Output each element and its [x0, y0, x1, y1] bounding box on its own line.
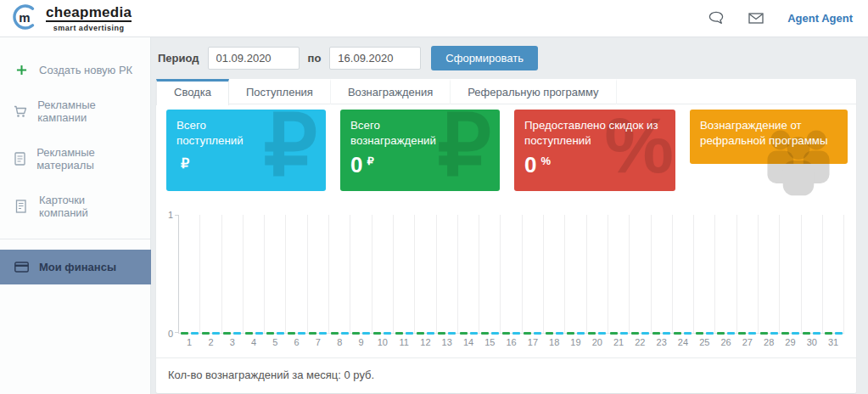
document-icon: [14, 152, 26, 166]
chart-bar: [460, 332, 468, 335]
chart-zero-bars: [524, 332, 541, 335]
chart-bar: [825, 332, 832, 335]
period-label: Период: [158, 52, 199, 65]
chart-bar: [706, 332, 714, 335]
card-total-incomes: ₽ Всего поступлений ₽: [166, 110, 326, 191]
sidebar: Создать новую РК Рекламные кампании Рекл…: [0, 37, 151, 394]
chart-bar: [781, 332, 789, 335]
chart-zero-bars: [546, 332, 563, 335]
chart-bar: [684, 332, 692, 335]
chart-bar: [610, 332, 618, 335]
period-to-label: по: [308, 52, 322, 65]
chart-bar: [556, 332, 563, 335]
sidebar-item-label: Создать новую РК: [39, 64, 132, 76]
chart-day-group: 18: [544, 215, 565, 333]
chart-zero-bars: [674, 332, 692, 335]
chart-x-tick-label: 29: [780, 337, 800, 347]
generate-report-button[interactable]: Сформировать: [431, 46, 538, 70]
mail-icon[interactable]: [748, 13, 764, 24]
chart-bar: [277, 332, 284, 335]
chart-bar: [567, 332, 574, 335]
sidebar-item-my-finances[interactable]: Мои финансы: [0, 250, 151, 284]
chart-bar: [181, 332, 188, 335]
chart-x-tick-label: 3: [222, 337, 243, 347]
chart-bar: [620, 332, 628, 335]
chart-day-group: 31: [823, 215, 844, 333]
chart-day-group: 16: [501, 215, 522, 333]
chart-day-group: 8: [329, 215, 350, 333]
chart-day-group: 4: [244, 215, 265, 333]
sidebar-item-materials[interactable]: Рекламные материалы: [0, 135, 150, 183]
credit-card-icon: [14, 262, 29, 273]
tab-referral-program[interactable]: Реферальную программу: [451, 79, 616, 104]
sidebar-item-campaigns[interactable]: Рекламные кампании: [0, 87, 150, 135]
chart-x-tick-label: 6: [286, 337, 306, 347]
chart-x-tick-label: 18: [544, 337, 564, 347]
chart-bar: [384, 332, 391, 335]
y-tick-label: 0: [168, 329, 173, 339]
sidebar-item-label: Рекламные материалы: [36, 146, 137, 172]
chart-bar: [448, 332, 456, 335]
sidebar-item-company-cards[interactable]: Карточки компаний: [0, 183, 150, 230]
chart-x-tick-label: 21: [608, 337, 629, 347]
chart-day-group: 10: [372, 215, 394, 333]
chart-bar: [738, 332, 746, 335]
chart-bar: [373, 332, 381, 335]
tab-incomes[interactable]: Поступления: [229, 79, 331, 104]
sidebar-item-label: Мои финансы: [39, 261, 116, 273]
chart-day-group: 21: [608, 215, 630, 333]
period-to-input[interactable]: [329, 47, 421, 70]
chart-day-group: 24: [673, 215, 694, 333]
chart-zero-bars: [825, 332, 843, 335]
card-discounts: % Предоставлено скидок из поступлений 0%: [514, 110, 675, 191]
chart-day-group: 25: [694, 215, 715, 333]
tab-rewards[interactable]: Вознаграждения: [331, 79, 451, 104]
chat-icon[interactable]: [708, 11, 725, 25]
chart-x-tick-label: 28: [759, 337, 779, 347]
chart-zero-bars: [502, 332, 520, 335]
chart-bar: [417, 332, 424, 335]
chart-x-tick-label: 27: [737, 337, 758, 347]
chart-bar: [760, 332, 768, 335]
card-title: Всего поступлений: [166, 110, 326, 149]
chart-bar: [362, 332, 370, 335]
chart-bar: [577, 332, 585, 335]
user-menu[interactable]: Agent Agent: [787, 12, 853, 25]
chart-bar: [331, 332, 339, 335]
chart-x-tick-label: 25: [694, 337, 714, 347]
header-actions: Agent Agent: [708, 11, 853, 25]
chart-x-tick-label: 11: [394, 337, 414, 347]
chart-x-tick-label: 17: [523, 337, 543, 347]
tab-bar: Сводка Поступления Вознаграждения Рефера…: [156, 79, 856, 104]
chart-zero-bars: [760, 332, 778, 335]
tab-summary[interactable]: Сводка: [156, 79, 229, 105]
sidebar-divider: [0, 239, 150, 239]
card-total-rewards: ₽ Всего вознаграждений 0₽: [340, 110, 500, 191]
logo[interactable]: m cheapmedia smart advertising: [10, 3, 132, 35]
chart-x-tick-label: 5: [265, 337, 285, 347]
chart-zero-bars: [309, 332, 327, 335]
chart-bar: [652, 332, 660, 335]
chart-day-group: 3: [222, 215, 244, 333]
chart-bar: [641, 332, 649, 335]
chart-day-group: 12: [415, 215, 436, 333]
chart-bar: [631, 332, 639, 335]
chart-day-group: 23: [652, 215, 673, 333]
chart-bar: [438, 332, 445, 335]
chart-zero-bars: [331, 332, 349, 335]
chart-bar: [288, 332, 295, 335]
chart-bar: [502, 332, 510, 335]
card-title: Всего вознаграждений: [340, 110, 500, 149]
period-from-input[interactable]: [208, 47, 300, 70]
chart-bar: [255, 332, 263, 335]
chart-day-group: 5: [265, 215, 286, 333]
chart-day-group: 29: [780, 215, 801, 333]
chart-day-group: 20: [587, 215, 608, 333]
chart-x-tick-label: 10: [372, 337, 393, 347]
chart-x-tick-label: 26: [715, 337, 736, 347]
chart-zero-bars: [266, 332, 284, 335]
chart-bar: [212, 332, 220, 335]
chart-zero-bars: [438, 332, 456, 335]
chart-day-group: 7: [308, 215, 329, 333]
sidebar-item-create-campaign[interactable]: Создать новую РК: [0, 53, 150, 87]
